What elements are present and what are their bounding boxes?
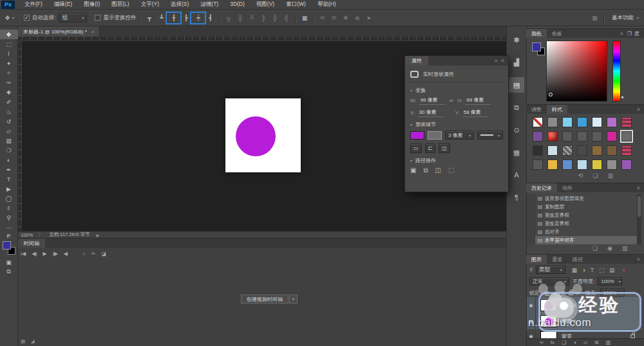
add-mask-button[interactable]: ❏ <box>562 340 566 345</box>
show-transform-checkbox[interactable] <box>95 15 100 21</box>
clone-stamp-tool[interactable]: ♨ <box>0 107 18 116</box>
style-swatch[interactable] <box>607 145 617 156</box>
eye-icon[interactable]: ◉ <box>527 297 536 313</box>
history-source-slot[interactable] <box>527 211 535 219</box>
menu-item[interactable]: 选择(S) <box>165 1 194 8</box>
edit-toolbar-button[interactable]: ⋯ <box>0 223 18 232</box>
status-arrow-icon[interactable]: ▶ <box>97 233 100 237</box>
libraries-panel-tab[interactable]: ❐ 库 <box>627 29 644 38</box>
stroke-style-dropdown[interactable]: ▾ <box>477 131 503 140</box>
menu-item[interactable]: 滤镜(T) <box>194 1 224 8</box>
section-shape-details[interactable]: ▾ 形状细节 <box>410 121 503 128</box>
stroke-corner-select[interactable]: ◫ <box>439 143 450 153</box>
style-swatch[interactable] <box>577 159 587 170</box>
history-state[interactable]: ▤更改定界框 <box>527 211 637 219</box>
delete-state-button[interactable]: ▥ <box>622 245 628 251</box>
menu-item[interactable]: 编辑(E) <box>48 1 78 8</box>
document-tab[interactable]: 未标题-1 @ 100%(RGB/8) * × <box>18 26 100 37</box>
tab-paths[interactable]: 路径 <box>567 255 588 264</box>
tab-color[interactable]: 颜色 <box>526 29 547 38</box>
tab-properties[interactable]: 属性 <box>405 56 428 66</box>
history-state-selected[interactable]: ▤水平居中对齐 <box>527 236 637 244</box>
style-swatch[interactable] <box>592 117 602 127</box>
ellipse-shape-tool[interactable]: ◯ <box>0 194 18 203</box>
distribute-horizontal-centers-button[interactable]: ╬ <box>270 15 279 21</box>
distribute-vertical-centers-button[interactable]: ╬ <box>235 15 245 21</box>
tab-history[interactable]: 历史记录 <box>526 183 557 192</box>
opacity-dropdown[interactable]: 100% ▾ <box>598 277 622 286</box>
history-source-slot[interactable] <box>527 228 535 236</box>
quick-selection-tool[interactable]: ✦ <box>0 59 18 68</box>
menu-item[interactable]: 视图(V) <box>251 1 280 8</box>
menu-item[interactable]: 3D(D) <box>224 1 251 8</box>
first-frame-button[interactable]: |◀ <box>21 251 26 257</box>
blur-tool[interactable]: ❍ <box>0 145 18 155</box>
style-swatch[interactable] <box>547 159 558 170</box>
gradient-tool[interactable]: ▨ <box>0 136 18 145</box>
delete-layer-button[interactable]: ▥ <box>606 340 611 345</box>
link-dimensions-icon[interactable]: ∞ <box>450 98 453 104</box>
paragraph-panel-icon[interactable]: ¶ <box>509 190 524 205</box>
tab-channels[interactable]: 通道 <box>547 255 567 264</box>
style-swatch[interactable] <box>562 131 573 141</box>
zoom-level[interactable]: 100% <box>21 232 33 238</box>
align-top-edges-button[interactable]: ┳ <box>144 15 154 21</box>
tab-actions[interactable]: 动作 <box>557 183 578 192</box>
eraser-tool[interactable]: ▱ <box>0 126 18 136</box>
style-swatch[interactable] <box>577 117 587 127</box>
character-panel-icon[interactable]: A <box>509 167 524 183</box>
brush-tool[interactable]: ✐ <box>0 97 18 107</box>
history-source-slot[interactable] <box>527 203 535 211</box>
ellipse-shape[interactable] <box>236 116 276 156</box>
hand-tool[interactable]: ✌ <box>0 203 18 213</box>
style-swatch[interactable] <box>607 131 617 141</box>
fill-color-swatch[interactable] <box>410 131 424 140</box>
layer-comps-panel-icon[interactable]: ⧉ <box>509 100 524 115</box>
layer-filter-dropdown[interactable]: 类型 ▾ <box>536 266 565 274</box>
document-canvas[interactable] <box>225 98 301 172</box>
3d-slide-icon[interactable]: ⊕ <box>352 15 362 21</box>
workspace-switcher[interactable]: 基本功能 ▾ <box>612 14 639 22</box>
style-swatch[interactable] <box>547 117 558 127</box>
new-document-from-state-button[interactable]: ❏ <box>592 245 598 251</box>
section-path-operations[interactable]: ▾ 路径操作 <box>410 157 503 164</box>
next-frame-button[interactable]: |▶ <box>53 251 58 257</box>
layer-style-button[interactable]: fx <box>551 340 554 345</box>
menu-item[interactable]: 文件(F) <box>19 1 48 8</box>
delete-style-button[interactable]: ▥ <box>608 172 614 179</box>
style-swatch[interactable] <box>547 145 558 156</box>
stroke-align-select[interactable]: ▭ <box>410 143 422 153</box>
width-field[interactable]: 99 像素 <box>419 96 445 105</box>
link-layers-button[interactable]: ∞ <box>540 340 544 345</box>
new-group-button[interactable]: ▱ <box>583 340 587 345</box>
section-transform[interactable]: ▾ 变换 <box>410 87 503 94</box>
stroke-color-swatch[interactable] <box>428 131 442 140</box>
style-swatch[interactable] <box>533 159 543 170</box>
tab-adjustments[interactable]: 调整 <box>526 105 547 114</box>
subtract-front-shape-icon[interactable]: ⧉ <box>423 167 428 174</box>
type-tool[interactable]: T <box>0 174 18 184</box>
color-picker-marker[interactable] <box>549 93 553 96</box>
distribute-right-edges-button[interactable]: ╣ <box>281 15 291 21</box>
move-tool[interactable]: ✥ <box>0 30 18 39</box>
filter-type-layers-icon[interactable]: T <box>591 267 594 273</box>
height-field[interactable]: 99 像素 <box>465 96 491 105</box>
3d-pan-icon[interactable]: ✥ <box>341 15 350 21</box>
history-state[interactable]: ▤设置形状图层填充 <box>527 194 637 203</box>
menu-item[interactable]: 图层(L) <box>106 1 135 8</box>
histogram-panel-icon[interactable]: ▟ <box>509 55 524 70</box>
history-state[interactable]: ▤复制图层 <box>527 203 637 211</box>
workspace-grid-icon[interactable]: ▦ <box>590 15 600 21</box>
hue-slider[interactable] <box>612 41 621 102</box>
scrollbar-thumb[interactable] <box>638 196 641 217</box>
panel-menu-icon[interactable]: ≡ <box>633 255 644 264</box>
properties-panel-icon[interactable]: ▤ <box>509 77 524 93</box>
history-source-slot[interactable] <box>527 236 535 244</box>
filter-adjustment-layers-icon[interactable]: ◑ <box>582 267 585 273</box>
color-panel-foreground-swatch[interactable] <box>532 42 541 51</box>
auto-align-layers-button[interactable]: ▦ <box>299 15 309 21</box>
info-panel-icon[interactable]: ⊙ <box>509 122 524 138</box>
history-state[interactable]: ▤更改定界框 <box>527 219 637 228</box>
previous-frame-button[interactable]: ◀| <box>32 251 37 257</box>
auto-select-dropdown[interactable]: 组 ▾ <box>59 13 87 23</box>
